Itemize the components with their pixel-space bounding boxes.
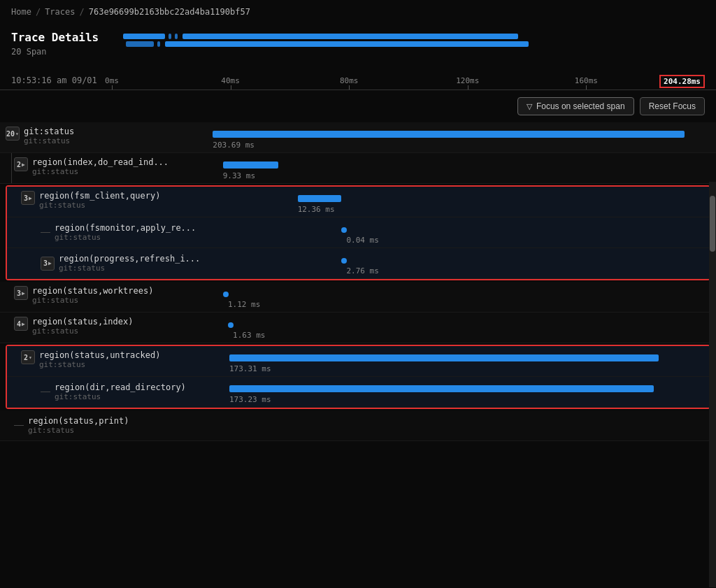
- mini-bar-1c: [175, 34, 178, 39]
- span-text-7: region(status,print) git:status: [28, 416, 197, 435]
- trace-info: Trace Details 20 Span: [11, 31, 109, 57]
- span-left-6a: 2 ▾ region(status,untracked) git:status: [7, 346, 210, 376]
- span-bar-container-6a: 173.31 ms: [210, 346, 698, 376]
- mini-bar-2b: [157, 41, 160, 47]
- timeline-ruler: 10:53:16 am 09/01 0ms 40ms 80ms 120ms 16…: [0, 68, 716, 90]
- span-text-6b: region(dir,read_directory) git:status: [55, 382, 204, 401]
- expand-icon-3c: ▶: [48, 260, 52, 266]
- span-left-3b: region(fsmonitor,apply_re... git:status: [7, 217, 210, 248]
- span-count-3a: 3: [24, 194, 28, 202]
- dash-7: [14, 425, 24, 426]
- expand-icon-6a: ▾: [29, 354, 32, 361]
- span-text-5: region(status,index) git:status: [32, 317, 197, 336]
- datetime-label: 10:53:16 am 09/01: [11, 76, 97, 85]
- span-bar-6b: [229, 385, 654, 392]
- span-right-root: 203.69 ms: [203, 122, 716, 152]
- mini-bar-1d: [182, 34, 518, 39]
- dash-6b: [41, 392, 50, 392]
- span-name-5: region(status,index): [32, 317, 197, 327]
- span-text-4: region(status,worktrees) git:status: [32, 286, 197, 305]
- span-duration-root: 203.69 ms: [213, 141, 255, 150]
- span-dot-3c: [341, 258, 347, 264]
- span-duration-4: 1.12 ms: [228, 300, 260, 309]
- span-row-3c: 3 ▶ region(progress,refresh_i... git:sta…: [7, 248, 709, 279]
- span-count-6a: 2: [24, 354, 28, 361]
- expand-icon-root: ▾: [15, 131, 19, 137]
- scrollbar-thumb[interactable]: [710, 196, 715, 252]
- span-name-6a: region(status,untracked): [39, 350, 204, 360]
- breadcrumb-traces[interactable]: Traces: [45, 7, 75, 17]
- span-service-2: git:status: [32, 167, 197, 176]
- span-name-2: region(index,do_read_ind...: [32, 157, 197, 167]
- span-row-5: 4 ▶ region(status,index) git:status 1.63…: [0, 313, 716, 343]
- span-right-3b: 0.04 ms: [210, 217, 709, 248]
- expand-icon-4: ▶: [22, 290, 25, 296]
- trace-span-count: 20 Span: [11, 47, 109, 57]
- ruler-inner: 0ms 40ms 80ms 120ms 160ms 204.28ms: [112, 68, 705, 89]
- span-count-5: 4: [17, 320, 21, 328]
- span-right-3a: 12.36 ms: [210, 187, 709, 217]
- span-duration-6b: 173.23 ms: [229, 395, 271, 404]
- end-time-label: 204.28ms: [659, 75, 705, 88]
- span-name-3a: region(fsm_client,query): [39, 191, 204, 201]
- span-right-6a: 173.31 ms: [210, 346, 709, 376]
- span-name-3b: region(fsmonitor,apply_re...: [55, 223, 204, 233]
- tick-mark-40: [231, 85, 231, 89]
- span-bar-container-6b: 173.23 ms: [210, 377, 698, 407]
- tick-mark-120: [468, 85, 468, 89]
- span-duration-3c: 2.76 ms: [346, 266, 378, 275]
- expand-icon-2: ▶: [22, 162, 25, 168]
- mini-bar-row-1: [123, 34, 705, 39]
- expand-btn-4[interactable]: 3 ▶: [14, 286, 28, 300]
- span-right-2: 9.33 ms: [203, 153, 716, 183]
- red-outline-group-2: 2 ▾ region(status,untracked) git:status …: [6, 345, 710, 409]
- span-row-3a: 3 ▶ region(fsm_client,query) git:status …: [7, 187, 709, 217]
- span-duration-5: 1.63 ms: [233, 331, 265, 340]
- focus-selected-span-button[interactable]: ▽ Focus on selected span: [517, 97, 634, 115]
- span-count-4: 3: [17, 289, 21, 297]
- mini-bar-2c: [165, 41, 529, 47]
- span-dot-3b: [341, 227, 347, 233]
- breadcrumb-home[interactable]: Home: [11, 7, 31, 17]
- span-bar-container-2: 9.33 ms: [203, 153, 705, 183]
- span-count-3c: 3: [43, 259, 48, 267]
- mini-bar-1a: [123, 34, 165, 39]
- trace-title: Trace Details: [11, 31, 109, 44]
- span-left-6b: region(dir,read_directory) git:status: [7, 377, 210, 407]
- expand-btn-root[interactable]: 20 ▾: [6, 127, 20, 141]
- tick-120ms: 120ms: [456, 76, 479, 85]
- tick-160ms: 160ms: [575, 76, 598, 85]
- expand-btn-3c[interactable]: 3 ▶: [41, 257, 55, 271]
- tick-0ms: 0ms: [105, 76, 119, 85]
- span-bar-2: [223, 162, 278, 168]
- span-left-3c: 3 ▶ region(progress,refresh_i... git:sta…: [7, 248, 210, 278]
- breadcrumb-sep1: /: [36, 7, 41, 17]
- span-bar-container-5: 1.63 ms: [203, 313, 705, 343]
- span-bar-6a: [229, 354, 659, 361]
- span-right-5: 1.63 ms: [203, 313, 716, 343]
- focus-btn-label: Focus on selected span: [536, 101, 625, 111]
- breadcrumb-trace-id: 763e96699b2163bbc22ad4ba1190bf57: [89, 7, 250, 17]
- span-row-4: 3 ▶ region(status,worktrees) git:status …: [0, 282, 716, 313]
- span-dot-5: [228, 322, 234, 328]
- span-row-6b: region(dir,read_directory) git:status 17…: [7, 377, 709, 408]
- span-duration-6a: 173.31 ms: [229, 364, 271, 373]
- reset-btn-label: Reset Focus: [649, 101, 696, 111]
- span-text-3b: region(fsmonitor,apply_re... git:status: [55, 223, 204, 242]
- trace-header: Trace Details 20 Span: [0, 24, 716, 57]
- span-left-7: region(status,print) git:status: [0, 410, 203, 440]
- span-service-root: git:status: [24, 136, 197, 145]
- expand-btn-5[interactable]: 4 ▶: [14, 317, 28, 331]
- tick-80ms: 80ms: [340, 76, 359, 85]
- span-bar-container-root: 203.69 ms: [203, 122, 705, 152]
- span-right-3c: 2.76 ms: [210, 248, 709, 278]
- span-text-3c: region(progress,refresh_i... git:status: [59, 254, 204, 273]
- expand-btn-3a[interactable]: 3 ▶: [21, 191, 35, 205]
- filter-icon: ▽: [527, 102, 532, 111]
- tick-mark-0: [112, 85, 113, 89]
- span-service-3a: git:status: [39, 201, 204, 210]
- reset-focus-button[interactable]: Reset Focus: [640, 97, 705, 115]
- spans-container[interactable]: 20 ▾ git:status git:status 203.69 ms 2 ▶…: [0, 122, 716, 528]
- span-left-2: 2 ▶ region(index,do_read_ind... git:stat…: [0, 153, 203, 183]
- expand-btn-6a[interactable]: 2 ▾: [21, 350, 35, 364]
